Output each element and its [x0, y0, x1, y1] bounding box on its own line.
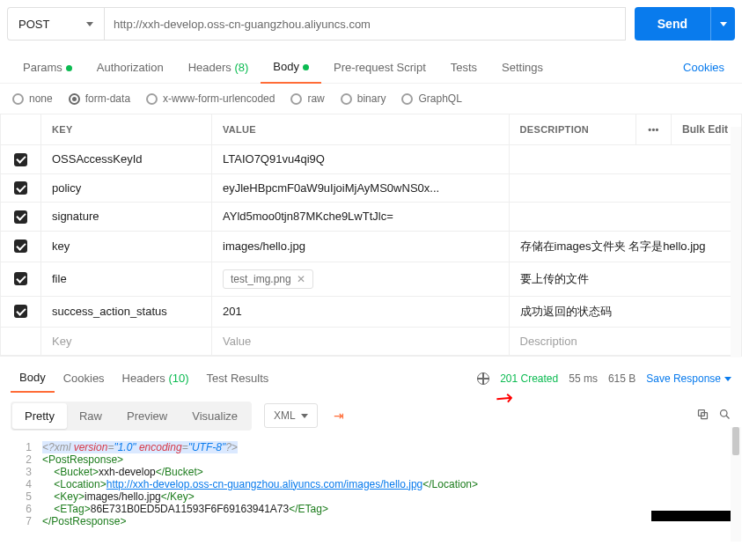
- table-row: policyeyJleHBpcmF0aW9uIjoiMjAyMS0wNS0x..…: [1, 173, 742, 203]
- svg-line-3: [726, 416, 729, 418]
- scrollbar-track[interactable]: [731, 427, 741, 542]
- search-icon[interactable]: [718, 408, 731, 424]
- request-tabs: Params Authorization Headers (8) Body Pr…: [0, 48, 742, 84]
- col-key: KEY: [41, 114, 212, 145]
- form-data-table: KEY VALUE DESCRIPTION ••• Bulk Edit OSSA…: [0, 114, 742, 356]
- chevron-down-icon: [720, 22, 727, 26]
- body-type-graphql[interactable]: GraphQL: [401, 92, 461, 105]
- col-checkbox: [1, 114, 41, 145]
- view-preview[interactable]: Preview: [114, 403, 180, 429]
- copy-icon[interactable]: [696, 408, 709, 424]
- cell-key[interactable]: key: [41, 231, 212, 262]
- body-type-binary[interactable]: binary: [341, 92, 386, 105]
- globe-icon[interactable]: [477, 372, 489, 385]
- response-tabs: Body Cookies Headers (10) Test Results 2…: [0, 356, 742, 393]
- cell-desc[interactable]: [509, 173, 741, 203]
- table-row-placeholder[interactable]: KeyValueDescription: [1, 327, 742, 355]
- body-type-none[interactable]: none: [12, 92, 53, 105]
- body-type-x-www[interactable]: x-www-form-urlencoded: [146, 92, 275, 105]
- cell-desc[interactable]: [509, 203, 741, 232]
- view-pretty[interactable]: Pretty: [12, 403, 67, 429]
- view-visualize[interactable]: Visualize: [180, 403, 250, 429]
- resp-tab-testresults[interactable]: Test Results: [198, 366, 278, 392]
- cell-key[interactable]: signature: [41, 203, 212, 232]
- cell-value[interactable]: AYld5moo0tjn87MKche9LwTtJlc=: [212, 203, 510, 232]
- cell-desc[interactable]: 存储在images文件夹 名字是hello.jpg: [509, 231, 741, 262]
- scrollbar-track[interactable]: [731, 127, 741, 357]
- save-response-button[interactable]: Save Response: [646, 372, 731, 385]
- col-value: VALUE: [212, 114, 510, 145]
- cell-value[interactable]: test_img.png ✕: [212, 262, 510, 296]
- row-checkbox[interactable]: [14, 239, 27, 253]
- format-select[interactable]: XML: [264, 403, 318, 428]
- response-body[interactable]: 1<?xml version="1.0" encoding="UTF-8"?> …: [0, 439, 742, 529]
- response-view-bar: Pretty Raw Preview Visualize XML ⇥: [0, 393, 742, 439]
- redaction-bar: [651, 511, 734, 521]
- cell-value[interactable]: eyJleHBpcmF0aW9uIjoiMjAyMS0wNS0x...: [212, 173, 510, 203]
- request-bar: POST Send: [0, 0, 742, 48]
- cell-value[interactable]: LTAIO7Q91vu4qi9Q: [212, 145, 510, 174]
- row-checkbox[interactable]: [14, 272, 27, 285]
- resp-tab-body[interactable]: Body: [11, 365, 55, 393]
- resp-tab-cookies[interactable]: Cookies: [55, 366, 114, 392]
- url-input[interactable]: [104, 7, 626, 41]
- cell-key[interactable]: file: [41, 262, 212, 296]
- tab-body[interactable]: Body: [261, 55, 321, 84]
- row-checkbox[interactable]: [14, 181, 27, 195]
- svg-point-2: [721, 410, 728, 417]
- row-checkbox[interactable]: [14, 305, 27, 318]
- send-more-button[interactable]: [710, 7, 735, 41]
- remove-file-icon[interactable]: ✕: [297, 273, 305, 285]
- table-row: success_action_status201成功返回的状态码: [1, 296, 742, 327]
- tab-headers[interactable]: Headers (8): [176, 55, 261, 83]
- cell-key[interactable]: policy: [41, 173, 212, 203]
- body-type-raw[interactable]: raw: [290, 92, 324, 105]
- cell-value[interactable]: images/hello.jpg: [212, 231, 510, 262]
- desc-placeholder: Description: [509, 327, 741, 355]
- row-checkbox[interactable]: [14, 210, 27, 224]
- resp-tab-headers[interactable]: Headers (10): [114, 366, 198, 392]
- table-row: filetest_img.png ✕要上传的文件: [1, 262, 742, 296]
- response-time: 55 ms: [569, 372, 598, 385]
- method-select[interactable]: POST: [7, 7, 104, 41]
- view-raw[interactable]: Raw: [67, 403, 114, 429]
- value-placeholder: Value: [212, 327, 510, 355]
- tab-params[interactable]: Params: [11, 55, 84, 83]
- row-checkbox[interactable]: [14, 153, 27, 166]
- key-placeholder: Key: [41, 327, 212, 355]
- cell-key[interactable]: success_action_status: [41, 296, 212, 327]
- cell-desc[interactable]: 要上传的文件: [509, 262, 741, 296]
- tab-prerequest[interactable]: Pre-request Script: [321, 55, 438, 83]
- col-desc: DESCRIPTION: [509, 114, 635, 145]
- cell-desc[interactable]: [509, 145, 741, 174]
- wrap-lines-button[interactable]: ⇥: [327, 403, 351, 428]
- body-type-row: none form-data x-www-form-urlencoded raw…: [0, 84, 742, 114]
- send-button[interactable]: Send: [635, 7, 710, 41]
- cell-desc[interactable]: 成功返回的状态码: [509, 296, 741, 327]
- chevron-down-icon: [86, 22, 93, 26]
- table-row: OSSAccessKeyIdLTAIO7Q91vu4qi9Q: [1, 145, 742, 174]
- cell-value[interactable]: 201: [212, 296, 510, 327]
- table-row: signatureAYld5moo0tjn87MKche9LwTtJlc=: [1, 203, 742, 232]
- tab-settings[interactable]: Settings: [489, 55, 555, 83]
- table-row: keyimages/hello.jpg存储在images文件夹 名字是hello…: [1, 231, 742, 262]
- cell-key[interactable]: OSSAccessKeyId: [41, 145, 212, 174]
- method-label: POST: [18, 18, 49, 31]
- body-type-form-data[interactable]: form-data: [69, 92, 130, 105]
- tab-tests[interactable]: Tests: [438, 55, 489, 83]
- col-more-button[interactable]: •••: [636, 114, 672, 145]
- status-code: 201 Created: [500, 372, 558, 385]
- tab-authorization[interactable]: Authorization: [84, 55, 176, 83]
- cookies-link[interactable]: Cookies: [676, 55, 731, 83]
- response-size: 615 B: [608, 372, 635, 385]
- view-btn-group: Pretty Raw Preview Visualize: [11, 402, 252, 431]
- file-chip[interactable]: test_img.png ✕: [223, 269, 313, 289]
